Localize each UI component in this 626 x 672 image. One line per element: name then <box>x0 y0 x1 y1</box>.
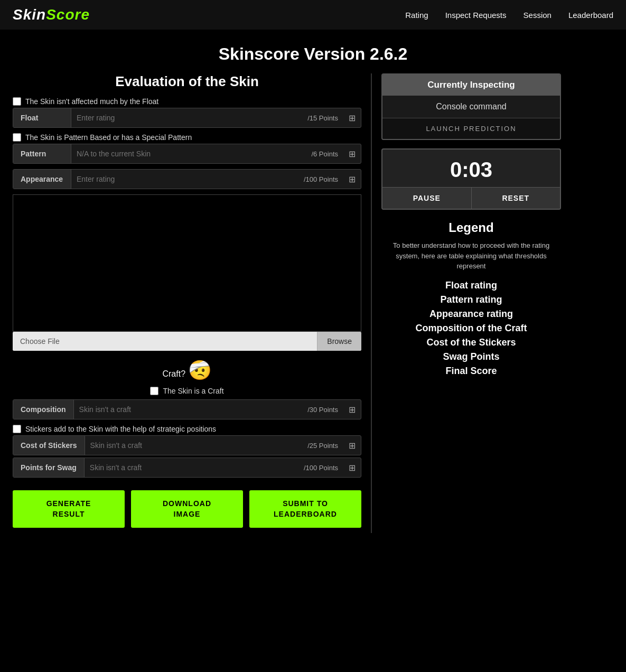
cost-stickers-input[interactable] <box>85 436 303 455</box>
points-swag-points: /100 Points <box>298 464 343 472</box>
legend-desc: To better understand how to proceed with… <box>381 240 561 272</box>
main-title: Skinscore Version 2.6.2 <box>0 30 626 73</box>
legend-composition: Composition of the Craft <box>381 323 561 334</box>
craft-section: Craft? 🤕 The Skin is a Craft <box>13 359 361 395</box>
points-swag-icon[interactable]: ⊞ <box>343 463 361 473</box>
craft-emoji: 🤕 <box>188 359 212 381</box>
float-points: /15 Points <box>302 114 343 122</box>
appearance-field-row: Appearance /100 Points ⊞ <box>13 169 361 189</box>
timer-buttons: PAUSE RESET <box>382 187 560 209</box>
legend-float-rating: Float rating <box>381 280 561 291</box>
float-input[interactable] <box>71 108 302 127</box>
download-image-button[interactable]: DOWNLOADIMAGE <box>131 490 243 528</box>
appearance-input[interactable] <box>71 170 298 189</box>
reset-button[interactable]: RESET <box>472 187 560 209</box>
right-panel: Currently Inspecting Console command LAU… <box>381 73 561 533</box>
pause-button[interactable]: PAUSE <box>382 187 472 209</box>
legend-appearance-rating: Appearance rating <box>381 309 561 320</box>
legend-pattern-rating: Pattern rating <box>381 294 561 305</box>
points-swag-field-row: Points for Swag /100 Points ⊞ <box>13 458 361 478</box>
logo: SkinScore <box>13 6 90 23</box>
file-browse-button[interactable]: Browse <box>317 332 361 351</box>
timer-box: 0:03 PAUSE RESET <box>381 148 561 210</box>
file-choose-text: Choose File <box>13 332 317 351</box>
pattern-checkbox[interactable] <box>13 133 21 142</box>
nav: Rating Inspect Requests Session Leaderbo… <box>405 11 613 20</box>
points-swag-label: Points for Swag <box>13 458 85 477</box>
composition-label: Composition <box>13 400 74 419</box>
craft-checkbox-row: The Skin is a Craft <box>13 387 361 395</box>
nav-leaderboard[interactable]: Leaderboard <box>568 11 613 20</box>
float-checkbox-row: The Skin isn't affected much by the Floa… <box>13 97 361 106</box>
points-swag-input[interactable] <box>85 458 298 477</box>
float-checkbox[interactable] <box>13 97 21 106</box>
pattern-points: /6 Points <box>306 150 343 158</box>
pattern-checkbox-row: The Skin is Pattern Based or has a Speci… <box>13 133 361 142</box>
logo-part1: Skin <box>13 6 46 23</box>
nav-session[interactable]: Session <box>524 11 552 20</box>
currently-inspecting-title: Currently Inspecting <box>382 74 560 96</box>
pattern-input[interactable] <box>71 144 306 163</box>
cost-stickers-points: /25 Points <box>302 442 343 450</box>
action-buttons: GENERATERESULT DOWNLOADIMAGE SUBMIT TOLE… <box>13 490 361 528</box>
image-box <box>13 194 361 332</box>
appearance-label: Appearance <box>13 170 71 189</box>
craft-label: Craft? <box>162 369 185 378</box>
header: SkinScore Rating Inspect Requests Sessio… <box>0 0 626 30</box>
float-label: Float <box>13 108 71 127</box>
legend-section: Legend To better understand how to proce… <box>381 220 561 377</box>
pattern-field-row: Pattern /6 Points ⊞ <box>13 144 361 164</box>
composition-input[interactable] <box>74 400 303 419</box>
pattern-icon[interactable]: ⊞ <box>343 149 361 159</box>
cost-stickers-field-row: Cost of Stickers /25 Points ⊞ <box>13 435 361 455</box>
nav-rating[interactable]: Rating <box>405 11 428 20</box>
generate-result-button[interactable]: GENERATERESULT <box>13 490 125 528</box>
legend-cost-stickers: Cost of the Stickers <box>381 337 561 348</box>
craft-checkbox[interactable] <box>150 387 158 395</box>
legend-swag-points: Swag Points <box>381 351 561 362</box>
section-title: Evaluation of the Skin <box>13 73 361 90</box>
logo-part2: Score <box>46 6 90 23</box>
timer-display: 0:03 <box>382 150 560 187</box>
file-choose-row: Choose File Browse <box>13 332 361 351</box>
composition-points: /30 Points <box>302 406 343 414</box>
appearance-points: /100 Points <box>298 175 343 183</box>
float-checkbox-label: The Skin isn't affected much by the Floa… <box>25 97 158 106</box>
launch-prediction-button[interactable]: LAUNCH PREDICTION <box>382 118 560 139</box>
stickers-checkbox-row: Stickers add to the Skin with the help o… <box>13 425 361 433</box>
pattern-checkbox-label: The Skin is Pattern Based or has a Speci… <box>25 133 192 142</box>
content-area: Evaluation of the Skin The Skin isn't af… <box>0 73 626 533</box>
appearance-icon[interactable]: ⊞ <box>343 174 361 184</box>
float-icon[interactable]: ⊞ <box>343 113 361 123</box>
console-command-label: Console command <box>382 96 560 118</box>
currently-inspecting-box: Currently Inspecting Console command LAU… <box>381 73 561 140</box>
left-panel: Evaluation of the Skin The Skin isn't af… <box>13 73 361 533</box>
stickers-checkbox-label: Stickers add to the Skin with the help o… <box>25 425 216 433</box>
craft-checkbox-label: The Skin is a Craft <box>163 387 223 395</box>
cost-stickers-label: Cost of Stickers <box>13 436 85 455</box>
legend-title: Legend <box>381 220 561 235</box>
panel-divider <box>371 73 372 533</box>
composition-field-row: Composition /30 Points ⊞ <box>13 399 361 419</box>
composition-icon[interactable]: ⊞ <box>343 405 361 415</box>
legend-final-score: Final Score <box>381 366 561 377</box>
stickers-checkbox[interactable] <box>13 425 21 433</box>
nav-inspect-requests[interactable]: Inspect Requests <box>445 11 507 20</box>
float-field-row: Float /15 Points ⊞ <box>13 108 361 128</box>
craft-label-row: Craft? 🤕 <box>13 359 361 381</box>
pattern-label: Pattern <box>13 144 71 163</box>
cost-stickers-icon[interactable]: ⊞ <box>343 441 361 451</box>
submit-leaderboard-button[interactable]: SUBMIT TOLEADERBOARD <box>249 490 361 528</box>
